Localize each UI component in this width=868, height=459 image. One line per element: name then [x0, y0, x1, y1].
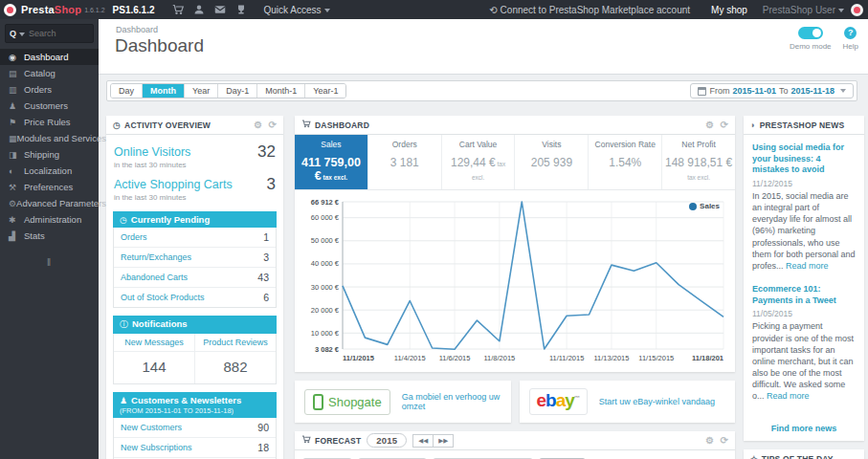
shopgate-promo-card[interactable]: Shopgate Ga mobiel en verhoog uw omzet [295, 381, 511, 423]
stat-row-out-of-stock-products[interactable]: Out of Stock Products6 [114, 288, 276, 307]
sidebar-item-localization[interactable]: ◐Localization [0, 163, 99, 179]
sidebar-item-customers[interactable]: ♟Customers [0, 98, 99, 114]
bar-chart-icon: ▟ [9, 231, 24, 241]
sidebar-item-label: Shipping [24, 149, 59, 160]
gear-icon[interactable]: ⚙ [254, 120, 262, 130]
cart-icon[interactable] [167, 4, 189, 15]
collapse-sidebar-button[interactable]: ‖ [0, 257, 99, 268]
dashboard-panel: DASHBOARD ⚙⟳ Sales411 759,00 € tax excl.… [295, 116, 735, 372]
sidebar-item-label: Customers [24, 100, 68, 111]
read-more-link[interactable]: Read more [786, 261, 829, 271]
kpi-sales[interactable]: Sales411 759,00 € tax excl. [295, 135, 368, 189]
online-visitors-stat[interactable]: Online Visitorsin the last 30 minutes 32 [113, 139, 277, 171]
sidebar-item-advanced-parameters[interactable]: ⚙Advanced Parameters [0, 195, 99, 211]
customers-newsletters-header: ♟Customers & Newsletters(FROM 2015-11-01… [113, 392, 277, 418]
gear-icon[interactable]: ⚙ [705, 120, 714, 130]
kpi-conversion-rate[interactable]: Conversion Rate1.54% [589, 135, 662, 189]
info-icon: ⓘ [120, 319, 128, 329]
sidebar-item-label: Localization [24, 165, 72, 176]
kpi-cart-value[interactable]: Cart Value129,44 € tax excl. [442, 135, 516, 189]
messages-icon[interactable] [210, 4, 231, 15]
kpi-suffix: tax excl. [687, 174, 710, 181]
quick-access-menu[interactable]: Quick Access [263, 5, 329, 15]
news-article: Ecommerce 101: Payments in a Tweet11/05/… [752, 284, 856, 402]
stat-value: 1 [263, 231, 269, 243]
forecast-next-button[interactable]: ▶▶ [434, 434, 454, 448]
panel-title: DASHBOARD [315, 120, 369, 130]
find-more-news-link[interactable]: Find more news [744, 418, 864, 441]
stat-row-new-subscriptions[interactable]: New Subscriptions18 [114, 438, 276, 458]
news-article-title[interactable]: Ecommerce 101: Payments in a Tweet [752, 284, 856, 306]
sidebar-item-modules-and-services[interactable]: ▦Modules and Services [0, 130, 99, 146]
ebay-promo-link[interactable]: Start uw eBay-winkel vandaag [599, 397, 715, 406]
kpi-value: 411 759,00 € tax excl. [297, 156, 366, 183]
stat-row-return-exchanges[interactable]: Return/Exchanges3 [114, 248, 276, 268]
kpi-value: 148 918,51 € tax excl. [664, 156, 733, 183]
notification-label[interactable]: Product Reviews [195, 334, 276, 352]
activity-overview-panel: ◷ ACTIVITY OVERVIEW ⚙⟳ Online Visitorsin… [106, 116, 283, 459]
kpi-visits[interactable]: Visits205 939 [515, 135, 589, 189]
calendar-icon [698, 87, 706, 96]
notification-cell-new-messages: New Messages144 [114, 334, 194, 383]
marketplace-link[interactable]: ⟲Connect to PrestaShop Marketplace accou… [489, 5, 690, 15]
sidebar-item-administration[interactable]: ✱Administration [0, 211, 99, 228]
sidebar-item-shipping[interactable]: ◨Shipping [0, 146, 99, 163]
sidebar-item-label: Advanced Parameters [16, 198, 106, 208]
active-carts-stat[interactable]: Active Shopping Cartsin the last 30 minu… [113, 171, 277, 204]
stat-label: New Customers [121, 423, 182, 432]
search-scope-selector[interactable]: Q [10, 29, 25, 38]
kpi-orders[interactable]: Orders3 181 [368, 135, 442, 189]
customer-icon[interactable] [189, 4, 210, 15]
sidebar-item-price-rules[interactable]: ⚑Price Rules [0, 114, 99, 130]
range-button-month-1[interactable]: Month-1 [257, 84, 305, 98]
sidebar-item-stats[interactable]: ▟Stats [0, 228, 99, 244]
ebay-promo-card[interactable]: ebay™ Start uw eBay-winkel vandaag [520, 381, 736, 423]
refresh-icon[interactable]: ⟳ [720, 435, 728, 446]
notification-label[interactable]: New Messages [114, 334, 194, 352]
refresh-icon[interactable]: ⟳ [268, 120, 277, 130]
news-article-title[interactable]: Using social media for your business: 4 … [752, 142, 856, 176]
stat-row-orders[interactable]: Orders1 [114, 228, 276, 248]
user-menu[interactable]: PrestaShop User [763, 5, 844, 15]
page-header: Dashboard Dashboard Demo mode ? Help [99, 19, 868, 75]
sidebar-item-dashboard[interactable]: ◉Dashboard [0, 49, 99, 65]
range-button-month[interactable]: Month [143, 84, 185, 98]
forecast-prev-button[interactable]: ◀◀ [412, 434, 434, 448]
help-icon[interactable]: ? [844, 27, 857, 39]
trophy-icon[interactable] [231, 4, 252, 15]
search-input[interactable] [29, 29, 84, 38]
svg-text:50 000 €: 50 000 € [311, 236, 340, 245]
sidebar-item-label: Dashboard [24, 52, 68, 62]
user-avatar[interactable] [851, 4, 863, 16]
range-button-day-1[interactable]: Day-1 [218, 84, 257, 98]
range-button-year-1[interactable]: Year-1 [305, 84, 345, 98]
panel-title: TIPS OF THE DAY [762, 454, 834, 459]
demo-mode-toggle[interactable] [798, 27, 823, 39]
svg-text:40 000 €: 40 000 € [311, 259, 340, 268]
sidebar-search[interactable]: Q [5, 24, 94, 43]
help-control: ? Help [843, 27, 858, 51]
refresh-icon[interactable]: ⟳ [720, 120, 728, 130]
sidebar-item-catalog[interactable]: ▤Catalog [0, 65, 99, 81]
kpi-value: 3 181 [370, 156, 439, 169]
stat-row-abandoned-carts[interactable]: Abandoned Carts43 [114, 268, 276, 288]
sidebar-item-orders[interactable]: ▥Orders [0, 81, 99, 98]
news-list: Using social media for your business: 4 … [744, 135, 864, 418]
sync-icon: ⟲ [489, 5, 497, 15]
gear-icon[interactable]: ⚙ [705, 435, 714, 446]
stat-label: Orders [121, 232, 147, 242]
stat-row-new-customers[interactable]: New Customers90 [114, 418, 276, 438]
kpi-row: Sales411 759,00 € tax excl.Orders3 181Ca… [295, 135, 735, 190]
read-more-link[interactable]: Read more [767, 391, 810, 401]
my-shop-link[interactable]: My shop [711, 5, 747, 15]
range-button-day[interactable]: Day [111, 84, 143, 98]
chevron-down-icon [840, 89, 846, 93]
shopgate-promo-link[interactable]: Ga mobiel en verhoog uw omzet [402, 392, 501, 411]
sidebar-item-preferences[interactable]: ⚒Preferences [0, 179, 99, 195]
range-button-year[interactable]: Year [185, 84, 218, 98]
svg-text:11/4/2015: 11/4/2015 [394, 354, 426, 362]
stat-value: 90 [257, 422, 269, 433]
sidebar-item-label: Administration [24, 214, 81, 225]
kpi-net-profit[interactable]: Net Profit148 918,51 € tax excl. [662, 135, 735, 189]
date-range-button[interactable]: From2015-11-01 To2015-11-18 [690, 83, 854, 98]
